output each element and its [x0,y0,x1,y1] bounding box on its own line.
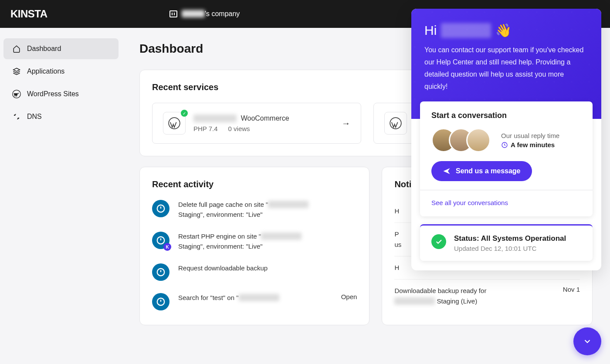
status-updated: Updated Dec 12, 10:01 UTC [454,245,566,252]
gravatar-icon: K [152,232,169,249]
sidebar-item-dashboard[interactable]: Dashboard [3,38,119,59]
avatar [466,128,491,152]
activity-item[interactable]: K Restart PHP engine on site "████████ S… [152,232,357,251]
sidebar-item-label: DNS [27,113,42,121]
service-meta: PHP 7.4 0 views [193,125,334,132]
building-icon [169,10,177,17]
send-icon [443,167,451,175]
system-status-card[interactable]: Status: All Systems Operational Updated … [420,224,593,261]
activity-item[interactable]: Search for "test" on "████████ Open [152,293,357,310]
kinsta-badge-icon: K [163,243,171,251]
activity-text: Restart PHP engine on site "████████ Sta… [178,232,357,251]
wordpress-logo-box [384,112,407,135]
activity-item[interactable]: Delete full page cache on site "████████… [152,200,357,219]
company-selector[interactable]: ████'s company [169,10,240,18]
company-name: ████'s company [182,10,240,18]
sidebar: Dashboard Applications WordPress Sites D… [0,28,122,364]
sidebar-item-wordpress-sites[interactable]: WordPress Sites [3,84,119,104]
activity-status: Open [341,293,357,300]
home-icon [12,44,21,53]
activity-text: Request downloadable backup [178,263,357,273]
notification-date: Nov 1 [563,286,580,293]
start-conversation-card: Start a conversation Our usual reply tim… [420,101,593,216]
activity-item[interactable]: Request downloadable backup [152,263,357,281]
sidebar-item-label: Applications [27,67,64,75]
gravatar-icon [152,263,169,281]
chat-description: You can contact our support team if you'… [424,44,588,93]
gravatar-icon [152,293,169,310]
check-circle-icon [431,234,446,249]
reply-time-label: Our usual reply time [501,132,559,139]
send-message-button[interactable]: Send us a message [431,161,532,181]
kinsta-logo[interactable]: KINSTA [10,8,47,20]
divider [420,190,593,190]
recent-activity-section: Recent activity Delete full page cache o… [139,167,369,325]
sidebar-item-dns[interactable]: DNS [3,106,119,127]
wave-emoji-icon: 👋 [495,23,512,38]
see-all-conversations-link[interactable]: See all your conversations [431,199,508,206]
status-label: Status: All Systems Operational [454,234,566,243]
wordpress-logo-box: ✓ [163,112,186,135]
section-title: Recent activity [152,179,357,189]
service-card[interactable]: ✓ ████████ WooCommerce PHP 7.4 0 views → [152,103,361,144]
clock-icon [501,142,508,148]
sidebar-item-label: WordPress Sites [27,90,79,98]
activity-text: Delete full page cache on site "████████… [178,200,357,219]
sidebar-item-applications[interactable]: Applications [3,61,119,82]
arrow-right-icon: → [342,118,350,128]
dns-icon [12,112,21,121]
chat-toggle-button[interactable] [573,327,601,355]
layers-icon [12,67,21,76]
chat-card-title: Start a conversation [431,111,581,120]
chevron-down-icon [583,337,592,346]
activity-text: Search for "test" on "████████ [178,293,332,303]
status-ok-badge: ✓ [181,110,188,117]
agent-avatars [431,128,491,152]
reply-time-value: A few minutes [501,141,559,148]
sidebar-item-label: Dashboard [27,45,61,53]
intercom-chat-widget: Hi █████ 👋 You can contact our support t… [411,9,601,270]
notification-item[interactable]: Downloadable backup ready for ████████ S… [394,280,580,313]
service-name: ████████ WooCommerce [193,115,334,122]
wordpress-icon [12,90,21,98]
chat-greeting: Hi █████ 👋 [424,23,588,38]
gravatar-icon [152,200,169,217]
